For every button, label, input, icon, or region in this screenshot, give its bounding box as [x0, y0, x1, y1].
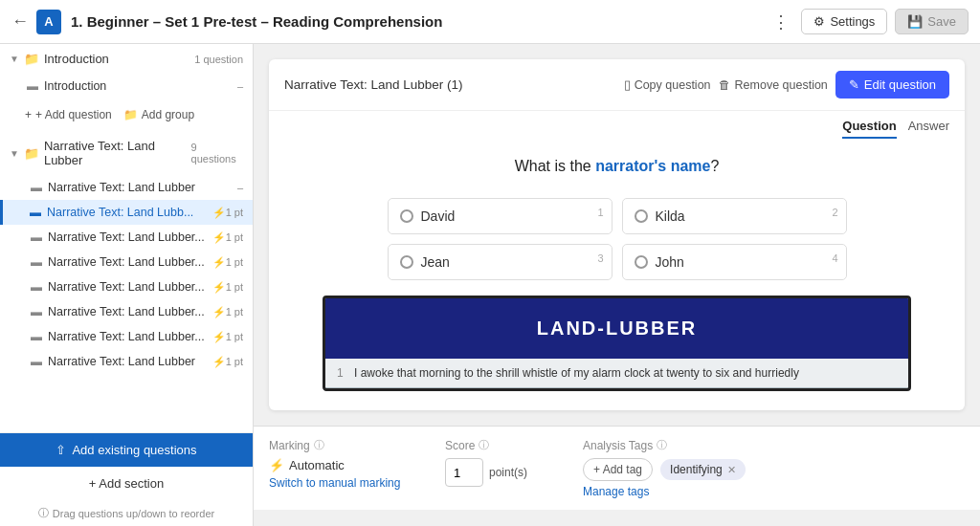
- section-narrative-label: Narrative Text: Land Lubber: [44, 139, 191, 167]
- score-label: Score: [445, 439, 475, 452]
- sidebar-item-narrative-3[interactable]: ▬ Narrative Text: Land Lubber... ⚡ 1 pt: [0, 250, 253, 274]
- question-card-title: Narrative Text: Land Lubber (1): [284, 77, 463, 92]
- option-radio-kilda: [635, 209, 648, 223]
- remove-question-button[interactable]: 🗑 Remove question: [719, 78, 828, 92]
- question-body: What is the narrator's name? David 1 Kil…: [269, 139, 965, 410]
- folder-add-icon: 📁: [123, 108, 138, 121]
- section-introduction-badge: 1 question: [194, 54, 243, 65]
- marking-info-icon[interactable]: ⓘ: [314, 438, 324, 452]
- option-kilda[interactable]: Kilda 2: [622, 198, 847, 234]
- upload-icon: ⇧: [56, 443, 66, 457]
- image-text-content: I awoke that morning to the shrill whist…: [354, 366, 799, 380]
- option-radio-jean: [400, 255, 413, 269]
- info-icon: ⓘ: [38, 506, 49, 520]
- folder-icon-2: 📁: [24, 146, 39, 161]
- marking-label: Marking: [269, 439, 310, 452]
- option-john[interactable]: John 4: [622, 244, 847, 280]
- doc-icon-1: ▬: [30, 206, 41, 219]
- lightning-icon-5: ⚡: [212, 306, 226, 318]
- option-radio-john: [635, 255, 648, 269]
- chevron-down-icon-2: ▼: [10, 148, 19, 159]
- doc-icon-3: ▬: [31, 255, 42, 269]
- main-layout: ▼ 📁 Introduction 1 question ▬ Introducti…: [0, 44, 980, 526]
- line-number: 1: [337, 366, 344, 380]
- edit-question-button[interactable]: ✎ Edit question: [835, 71, 949, 99]
- switch-marking-link[interactable]: Switch to manual marking: [269, 476, 422, 490]
- sidebar-section1-actions: + + Add question 📁 Add group: [0, 99, 253, 131]
- sidebar-item-narrative-4[interactable]: ▬ Narrative Text: Land Lubber... ⚡ 1 pt: [0, 274, 253, 299]
- section-introduction-label: Introduction: [44, 52, 109, 66]
- pencil-icon: ✎: [849, 77, 859, 92]
- marking-type: ⚡ Automatic: [269, 458, 422, 472]
- section-introduction-header[interactable]: ▼ 📁 Introduction 1 question: [0, 44, 253, 74]
- lightning-icon-7: ⚡: [212, 356, 226, 368]
- drag-hint: ⓘ Drag questions up/down to reorder: [0, 500, 253, 526]
- save-icon: 💾: [907, 14, 923, 29]
- settings-button[interactable]: ⚙ Settings: [801, 9, 887, 34]
- tag-remove-button[interactable]: ✕: [727, 464, 736, 476]
- topbar-actions: ⋮ ⚙ Settings 💾 Save: [768, 8, 969, 36]
- add-question-button[interactable]: + + Add question: [19, 104, 118, 125]
- doc-icon-4: ▬: [31, 280, 42, 294]
- lightning-icon-4: ⚡: [212, 281, 226, 294]
- page-title: 1. Beginner – Set 1 Pre-test – Reading C…: [71, 13, 768, 30]
- sidebar-item-introduction[interactable]: ▬ Introduction –: [0, 74, 253, 99]
- sidebar-item-narrative-6[interactable]: ▬ Narrative Text: Land Lubber... ⚡ 1 pt: [0, 324, 253, 349]
- tab-answer[interactable]: Answer: [908, 119, 949, 139]
- doc-icon-5: ▬: [31, 305, 42, 318]
- tags-info-icon[interactable]: ⓘ: [657, 438, 667, 452]
- question-card-header: Narrative Text: Land Lubber (1) ▯ Copy q…: [269, 59, 965, 111]
- tags-label: Analysis Tags: [583, 439, 653, 452]
- image-text: 1 I awoke that morning to the shrill whi…: [325, 359, 908, 387]
- sidebar-item-narrative-2[interactable]: ▬ Narrative Text: Land Lubber... ⚡ 1 pt: [0, 225, 253, 250]
- plus-icon: +: [25, 108, 32, 121]
- question-tabs: Question Answer: [269, 111, 965, 139]
- score-input[interactable]: [445, 458, 483, 487]
- lightning-icon-6: ⚡: [212, 331, 226, 343]
- score-section: Score ⓘ point(s): [445, 438, 560, 487]
- score-unit: point(s): [489, 466, 527, 479]
- options-grid: David 1 Kilda 2 Jean 3: [388, 198, 847, 280]
- option-david[interactable]: David 1: [388, 198, 612, 234]
- add-section-button[interactable]: + Add section: [0, 467, 253, 500]
- doc-icon: ▬: [27, 79, 38, 93]
- sidebar-item-narrative-1[interactable]: ▬ Narrative Text: Land Lubb... ⚡ 1 pt: [0, 200, 253, 225]
- add-group-button[interactable]: 📁 Add group: [118, 104, 200, 125]
- sidebar-bottom: ⇧ Add existing questions + Add section ⓘ…: [0, 432, 253, 526]
- lightning-icon-2: ⚡: [212, 231, 226, 244]
- sidebar-item-introduction-label: Introduction: [44, 79, 234, 93]
- doc-icon-2: ▬: [31, 230, 42, 244]
- question-text: What is the narrator's name?: [307, 158, 926, 175]
- sidebar-item-narrative-7[interactable]: ▬ Narrative Text: Land Lubber ⚡ 1 pt: [0, 349, 253, 374]
- copy-icon: ▯: [624, 77, 631, 92]
- save-button[interactable]: 💾 Save: [895, 9, 969, 34]
- score-input-row: point(s): [445, 458, 560, 487]
- tab-question[interactable]: Question: [842, 119, 896, 139]
- tag-identifying: Identifying ✕: [660, 459, 746, 480]
- chevron-down-icon: ▼: [10, 54, 19, 64]
- add-existing-button[interactable]: ⇧ Add existing questions: [0, 433, 253, 467]
- bottom-panel: Marking ⓘ ⚡ Automatic Switch to manual m…: [254, 426, 980, 510]
- option-radio-david: [400, 209, 413, 223]
- score-info-icon[interactable]: ⓘ: [479, 438, 489, 452]
- section-narrative-badge: 9 questions: [191, 142, 243, 164]
- folder-icon: 📁: [24, 52, 39, 66]
- section-narrative-header[interactable]: ▼ 📁 Narrative Text: Land Lubber 9 questi…: [0, 131, 253, 175]
- doc-icon-7: ▬: [31, 355, 42, 368]
- tags-row: + Add tag Identifying ✕: [583, 458, 965, 481]
- more-options-button[interactable]: ⋮: [768, 8, 793, 36]
- lightning-icon-3: ⚡: [212, 256, 226, 269]
- image-title: LAND-LUBBER: [325, 298, 908, 359]
- doc-icon-6: ▬: [31, 330, 42, 343]
- copy-question-button[interactable]: ▯ Copy question: [624, 77, 711, 92]
- manage-tags-link[interactable]: Manage tags: [583, 485, 965, 498]
- sidebar: ▼ 📁 Introduction 1 question ▬ Introducti…: [0, 44, 254, 526]
- add-tag-button[interactable]: + Add tag: [583, 458, 653, 481]
- back-button[interactable]: ←: [11, 11, 29, 32]
- tags-section: Analysis Tags ⓘ + Add tag Identifying ✕ …: [583, 438, 965, 498]
- sidebar-item-narrative-5[interactable]: ▬ Narrative Text: Land Lubber... ⚡ 1 pt: [0, 299, 253, 324]
- option-jean[interactable]: Jean 3: [388, 244, 612, 280]
- sidebar-item-narrative-0[interactable]: ▬ Narrative Text: Land Lubber –: [0, 175, 253, 200]
- image-preview: LAND-LUBBER 1 I awoke that morning to th…: [323, 296, 911, 391]
- card-header-actions: ▯ Copy question 🗑 Remove question ✎ Edit…: [624, 71, 949, 99]
